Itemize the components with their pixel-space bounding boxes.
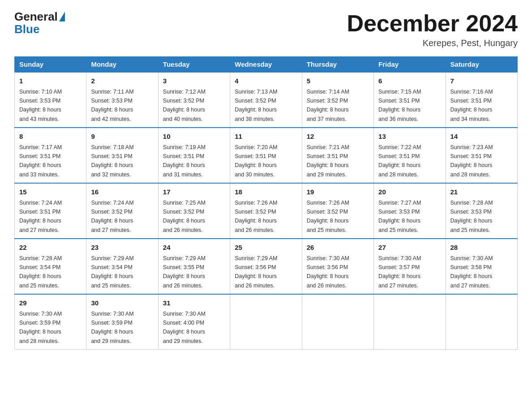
day-info: Sunrise: 7:24 AMSunset: 3:52 PMDaylight:… (91, 200, 133, 233)
day-cell: 2 Sunrise: 7:11 AMSunset: 3:53 PMDayligh… (86, 72, 158, 128)
day-cell: 3 Sunrise: 7:12 AMSunset: 3:52 PMDayligh… (158, 72, 230, 128)
day-number: 23 (91, 243, 153, 253)
day-info: Sunrise: 7:13 AMSunset: 3:52 PMDaylight:… (235, 89, 277, 122)
day-number: 6 (378, 76, 441, 86)
header-cell-friday: Friday (374, 57, 446, 73)
calendar-table: SundayMondayTuesdayWednesdayThursdayFrid… (14, 56, 518, 350)
title-block: December 2024 Kerepes, Pest, Hungary (347, 11, 518, 48)
day-number: 16 (91, 187, 153, 197)
day-number: 1 (19, 76, 82, 86)
week-row-4: 22 Sunrise: 7:28 AMSunset: 3:54 PMDaylig… (15, 239, 518, 294)
day-cell (302, 294, 373, 350)
day-cell: 10 Sunrise: 7:19 AMSunset: 3:51 PMDaylig… (158, 128, 230, 183)
calendar-header: SundayMondayTuesdayWednesdayThursdayFrid… (15, 57, 518, 73)
day-info: Sunrise: 7:30 AMSunset: 3:57 PMDaylight:… (378, 255, 421, 289)
page-header: General Blue December 2024 Kerepes, Pest… (14, 11, 518, 48)
day-number: 13 (378, 132, 441, 142)
day-info: Sunrise: 7:16 AMSunset: 3:51 PMDaylight:… (450, 89, 493, 122)
day-number: 17 (163, 187, 225, 197)
day-number: 26 (307, 243, 369, 253)
day-number: 30 (91, 298, 153, 308)
day-info: Sunrise: 7:26 AMSunset: 3:52 PMDaylight:… (235, 200, 277, 233)
day-cell: 7 Sunrise: 7:16 AMSunset: 3:51 PMDayligh… (446, 72, 517, 128)
day-number: 29 (19, 298, 82, 308)
day-cell: 20 Sunrise: 7:27 AMSunset: 3:53 PMDaylig… (374, 183, 446, 239)
day-number: 14 (450, 132, 513, 142)
day-number: 11 (235, 132, 297, 142)
day-info: Sunrise: 7:26 AMSunset: 3:52 PMDaylight:… (307, 200, 349, 233)
calendar-body: 1 Sunrise: 7:10 AMSunset: 3:53 PMDayligh… (15, 72, 518, 350)
day-info: Sunrise: 7:14 AMSunset: 3:52 PMDaylight:… (307, 89, 349, 122)
header-cell-wednesday: Wednesday (230, 57, 302, 73)
week-row-3: 15 Sunrise: 7:24 AMSunset: 3:51 PMDaylig… (15, 183, 518, 239)
day-info: Sunrise: 7:30 AMSunset: 3:56 PMDaylight:… (307, 255, 349, 289)
day-cell: 4 Sunrise: 7:13 AMSunset: 3:52 PMDayligh… (230, 72, 302, 128)
day-cell: 8 Sunrise: 7:17 AMSunset: 3:51 PMDayligh… (15, 128, 86, 183)
location-text: Kerepes, Pest, Hungary (347, 38, 518, 48)
day-number: 27 (378, 243, 441, 253)
day-info: Sunrise: 7:11 AMSunset: 3:53 PMDaylight:… (91, 89, 133, 122)
month-title: December 2024 (347, 11, 518, 36)
day-number: 22 (19, 243, 82, 253)
day-info: Sunrise: 7:29 AMSunset: 3:54 PMDaylight:… (91, 255, 133, 289)
day-number: 2 (91, 76, 153, 86)
day-cell: 30 Sunrise: 7:30 AMSunset: 3:59 PMDaylig… (86, 294, 158, 350)
day-info: Sunrise: 7:23 AMSunset: 3:51 PMDaylight:… (450, 144, 493, 178)
day-info: Sunrise: 7:29 AMSunset: 3:55 PMDaylight:… (163, 255, 206, 289)
day-cell (230, 294, 302, 350)
day-cell: 27 Sunrise: 7:30 AMSunset: 3:57 PMDaylig… (374, 239, 446, 294)
header-cell-tuesday: Tuesday (158, 57, 230, 73)
day-number: 24 (163, 243, 225, 253)
day-info: Sunrise: 7:30 AMSunset: 4:00 PMDaylight:… (163, 311, 206, 344)
day-info: Sunrise: 7:30 AMSunset: 3:59 PMDaylight:… (91, 311, 133, 344)
day-number: 31 (163, 298, 225, 308)
day-cell: 14 Sunrise: 7:23 AMSunset: 3:51 PMDaylig… (446, 128, 517, 183)
day-number: 9 (91, 132, 153, 142)
day-number: 3 (163, 76, 225, 86)
day-cell: 12 Sunrise: 7:21 AMSunset: 3:51 PMDaylig… (302, 128, 373, 183)
day-info: Sunrise: 7:18 AMSunset: 3:51 PMDaylight:… (91, 144, 133, 178)
day-number: 20 (378, 187, 441, 197)
day-cell: 29 Sunrise: 7:30 AMSunset: 3:59 PMDaylig… (15, 294, 86, 350)
day-cell: 24 Sunrise: 7:29 AMSunset: 3:55 PMDaylig… (158, 239, 230, 294)
day-number: 19 (307, 187, 369, 197)
day-info: Sunrise: 7:10 AMSunset: 3:53 PMDaylight:… (19, 89, 62, 122)
day-cell: 11 Sunrise: 7:20 AMSunset: 3:51 PMDaylig… (230, 128, 302, 183)
day-number: 15 (19, 187, 82, 197)
week-row-5: 29 Sunrise: 7:30 AMSunset: 3:59 PMDaylig… (15, 294, 518, 350)
logo-triangle-icon (59, 12, 65, 21)
header-cell-sunday: Sunday (15, 57, 86, 73)
day-info: Sunrise: 7:30 AMSunset: 3:59 PMDaylight:… (19, 311, 62, 344)
day-info: Sunrise: 7:20 AMSunset: 3:51 PMDaylight:… (235, 144, 277, 178)
day-info: Sunrise: 7:28 AMSunset: 3:53 PMDaylight:… (450, 200, 493, 233)
day-cell: 25 Sunrise: 7:29 AMSunset: 3:56 PMDaylig… (230, 239, 302, 294)
day-cell (446, 294, 517, 350)
day-cell: 15 Sunrise: 7:24 AMSunset: 3:51 PMDaylig… (15, 183, 86, 239)
day-cell: 22 Sunrise: 7:28 AMSunset: 3:54 PMDaylig… (15, 239, 86, 294)
day-cell: 16 Sunrise: 7:24 AMSunset: 3:52 PMDaylig… (86, 183, 158, 239)
day-number: 10 (163, 132, 225, 142)
day-cell (374, 294, 446, 350)
day-cell: 21 Sunrise: 7:28 AMSunset: 3:53 PMDaylig… (446, 183, 517, 239)
day-info: Sunrise: 7:29 AMSunset: 3:56 PMDaylight:… (235, 255, 277, 289)
week-row-1: 1 Sunrise: 7:10 AMSunset: 3:53 PMDayligh… (15, 72, 518, 128)
day-cell: 31 Sunrise: 7:30 AMSunset: 4:00 PMDaylig… (158, 294, 230, 350)
day-cell: 9 Sunrise: 7:18 AMSunset: 3:51 PMDayligh… (86, 128, 158, 183)
day-number: 12 (307, 132, 369, 142)
day-cell: 13 Sunrise: 7:22 AMSunset: 3:51 PMDaylig… (374, 128, 446, 183)
header-cell-monday: Monday (86, 57, 158, 73)
header-cell-saturday: Saturday (446, 57, 517, 73)
day-number: 18 (235, 187, 297, 197)
day-cell: 1 Sunrise: 7:10 AMSunset: 3:53 PMDayligh… (15, 72, 86, 128)
header-row: SundayMondayTuesdayWednesdayThursdayFrid… (15, 57, 518, 73)
day-info: Sunrise: 7:27 AMSunset: 3:53 PMDaylight:… (378, 200, 421, 233)
day-cell: 26 Sunrise: 7:30 AMSunset: 3:56 PMDaylig… (302, 239, 373, 294)
day-info: Sunrise: 7:15 AMSunset: 3:51 PMDaylight:… (378, 89, 421, 122)
day-number: 7 (450, 76, 513, 86)
day-number: 25 (235, 243, 297, 253)
logo-blue-text: Blue (14, 22, 39, 36)
day-cell: 5 Sunrise: 7:14 AMSunset: 3:52 PMDayligh… (302, 72, 373, 128)
day-cell: 19 Sunrise: 7:26 AMSunset: 3:52 PMDaylig… (302, 183, 373, 239)
header-cell-thursday: Thursday (302, 57, 373, 73)
day-info: Sunrise: 7:21 AMSunset: 3:51 PMDaylight:… (307, 144, 349, 178)
